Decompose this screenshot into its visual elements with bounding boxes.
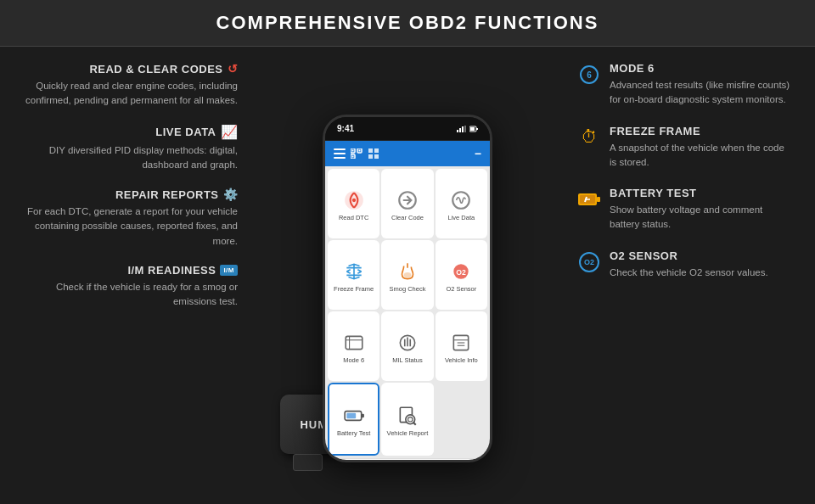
- app-cell-battery-test[interactable]: Battery Test: [328, 383, 379, 456]
- svg-rect-19: [374, 154, 379, 159]
- read-clear-desc: Quickly read and clear engine codes, inc…: [25, 79, 238, 109]
- phone-status-icons: [457, 126, 478, 132]
- phone-screen: Read DTC Clear Code: [325, 166, 490, 458]
- battery-test-label: Battery Test: [337, 429, 370, 437]
- menu-icon: [334, 148, 346, 159]
- main-content: READ & CLEAR CODES ↺ Quickly read and cl…: [0, 47, 815, 504]
- app-cell-freeze-frame[interactable]: Freeze Frame: [328, 240, 379, 310]
- svg-rect-0: [457, 130, 458, 132]
- svg-rect-2: [462, 126, 464, 132]
- app-cell-live-data[interactable]: Live Data: [436, 169, 487, 238]
- live-data-icon: [449, 188, 473, 212]
- feature-repair-reports-title: REPAIR REPORTS ⚙️: [25, 188, 238, 201]
- freeze-frame-right-desc: A snapshot of the vehicle when the code …: [610, 141, 794, 171]
- app-minus-icon[interactable]: −: [475, 147, 481, 160]
- repair-reports-label: REPAIR REPORTS: [115, 188, 219, 201]
- svg-point-24: [404, 272, 412, 278]
- svg-rect-13: [359, 150, 361, 152]
- vehicle-info-icon: [449, 331, 473, 355]
- svg-rect-11: [352, 150, 354, 152]
- app-cell-vehicle-info[interactable]: Vehicle Info: [436, 311, 487, 381]
- phone-frame: 9:41 −: [323, 115, 492, 462]
- freeze-frame-label: Freeze Frame: [334, 285, 374, 293]
- left-column: READ & CLEAR CODES ↺ Quickly read and cl…: [0, 47, 255, 504]
- live-data-desc: DIY diversified PID display methods: dig…: [25, 143, 238, 173]
- svg-line-40: [413, 422, 415, 424]
- svg-rect-9: [334, 157, 346, 159]
- page-wrapper: COMPREHENSIVE OBD2 FUNCTIONS READ & CLEA…: [0, 0, 815, 504]
- battery-icon: [578, 193, 600, 206]
- right-feature-o2: O2 O2 SENSOR Check the vehicle O2 sensor…: [577, 249, 794, 280]
- o2-sensor-icon: O2: [449, 260, 473, 283]
- read-dtc-label: Read DTC: [339, 214, 368, 221]
- svg-rect-3: [464, 126, 466, 132]
- svg-rect-6: [470, 127, 475, 131]
- mode6-badge-icon: 6: [577, 63, 601, 87]
- smog-check-icon: [396, 260, 419, 283]
- mode6-cell-label: Mode 6: [343, 356, 364, 364]
- app-cell-mode6[interactable]: Mode 6: [328, 311, 379, 381]
- battery-test-icon: [342, 404, 366, 428]
- grid-icon: [368, 148, 379, 159]
- im-badge-icon: I/M: [220, 265, 238, 276]
- app-cell-mil-status[interactable]: MIL Status: [381, 311, 433, 381]
- center-column: HUMZOR 9:41: [255, 47, 560, 504]
- chart-icon: 📈: [221, 124, 239, 140]
- svg-rect-17: [374, 148, 379, 153]
- feature-repair-reports: REPAIR REPORTS ⚙️ For each DTC, generate…: [25, 188, 238, 249]
- app-header-bar: −: [325, 141, 490, 166]
- vehicle-report-label: Vehicle Report: [387, 429, 429, 437]
- obd-connector: [293, 454, 323, 471]
- app-cell-vehicle-report[interactable]: Vehicle Report: [381, 383, 433, 456]
- feature-live-data-title: LIVE DATA 📈: [25, 124, 238, 140]
- live-data-label: LIVE DATA: [155, 126, 216, 138]
- battery-right-title: BATTERY TEST: [610, 187, 794, 199]
- smog-check-label: Smog Check: [390, 285, 426, 293]
- o2-sensor-label: O2 Sensor: [446, 285, 476, 293]
- svg-rect-43: [597, 197, 600, 202]
- app-cell-o2-sensor[interactable]: O2 O2 Sensor: [436, 240, 487, 310]
- svg-rect-7: [334, 148, 346, 150]
- svg-rect-1: [459, 128, 461, 132]
- mil-status-icon: [396, 331, 419, 355]
- right-feature-freeze-frame: ⏱ FREEZE FRAME A snapshot of the vehicle…: [577, 125, 794, 171]
- read-dtc-icon: [342, 188, 366, 212]
- app-cell-smog-check[interactable]: Smog Check: [381, 240, 433, 310]
- svg-point-21: [351, 198, 355, 201]
- svg-rect-8: [334, 153, 346, 154]
- clear-code-label: Clear Code: [391, 214, 424, 221]
- vehicle-info-label: Vehicle Info: [445, 356, 478, 364]
- svg-rect-37: [346, 412, 356, 418]
- mode6-right-title: MODE 6: [610, 62, 794, 75]
- freeze-frame-icon: [342, 260, 366, 283]
- svg-rect-16: [368, 148, 373, 153]
- feature-im-readiness: I/M READINESS I/M Check if the vehicle i…: [25, 264, 238, 310]
- page-title: COMPREHENSIVE OBD2 FUNCTIONS: [216, 12, 599, 33]
- read-clear-label: READ & CLEAR CODES: [89, 63, 222, 76]
- svg-text:O2: O2: [457, 268, 467, 277]
- o2-badge-icon: O2: [577, 250, 601, 274]
- battery-badge-icon: [577, 188, 601, 211]
- mode6-right-desc: Advanced test results (like misfire coun…: [610, 78, 794, 108]
- svg-rect-27: [346, 336, 363, 349]
- app-cell-read-dtc[interactable]: Read DTC: [328, 169, 379, 238]
- feature-live-data: LIVE DATA 📈 DIY diversified PID display …: [25, 124, 238, 173]
- im-readiness-desc: Check if the vehicle is ready for a smog…: [25, 280, 238, 310]
- battery-right-desc: Show battery voltage and comment battery…: [610, 203, 794, 232]
- svg-rect-15: [352, 156, 354, 158]
- header: COMPREHENSIVE OBD2 FUNCTIONS: [0, 0, 815, 47]
- clear-code-icon: [396, 188, 419, 212]
- feature-read-clear: READ & CLEAR CODES ↺ Quickly read and cl…: [25, 62, 238, 109]
- app-cell-clear-code[interactable]: Clear Code: [381, 169, 433, 238]
- im-readiness-label: I/M READINESS: [127, 264, 216, 277]
- svg-point-23: [453, 192, 470, 209]
- phone-container: HUMZOR 9:41: [314, 115, 501, 504]
- right-feature-mode6: 6 MODE 6 Advanced test results (like mis…: [577, 62, 794, 108]
- app-header-icons-left: [334, 148, 379, 159]
- mode6-icon: [342, 331, 366, 355]
- freeze-frame-right-title: FREEZE FRAME: [610, 125, 794, 137]
- right-column: 6 MODE 6 Advanced test results (like mis…: [560, 47, 815, 504]
- svg-rect-5: [476, 128, 478, 130]
- right-feature-battery: BATTERY TEST Show battery voltage and co…: [577, 187, 794, 232]
- svg-rect-18: [368, 154, 373, 159]
